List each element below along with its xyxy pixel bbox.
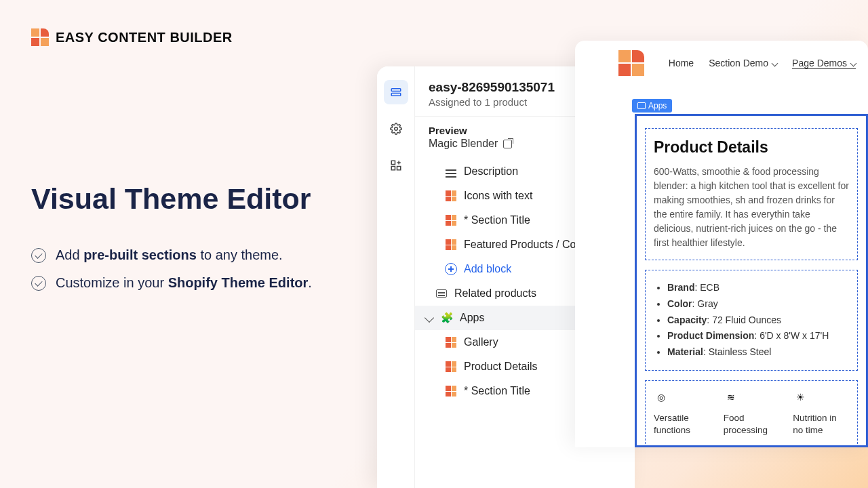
- icons-card: ◎Versatile functions ≋Food processing ☀N…: [645, 380, 858, 447]
- spec-row: Material: Stainless Steel: [667, 344, 849, 361]
- chevron-down-icon: [425, 313, 434, 323]
- block-icon: [445, 361, 457, 373]
- svg-point-2: [394, 127, 397, 131]
- rail-settings-button[interactable]: [384, 117, 408, 141]
- logo-icon: [31, 28, 49, 46]
- nav-page-demos[interactable]: Page Demos: [792, 58, 856, 69]
- preview-value[interactable]: Magic Blender: [429, 138, 512, 150]
- hero-title: Visual Theme Editor: [31, 183, 343, 215]
- preview-logo-icon: [618, 50, 644, 76]
- specs-card: Brand: ECB Color: Gray Capacity: 72 Flui…: [645, 270, 858, 371]
- preview-label: Preview: [429, 125, 512, 136]
- waves-icon: ≋: [724, 390, 738, 405]
- rail-apps-button[interactable]: [384, 153, 408, 178]
- nav-section-demo[interactable]: Section Demo: [709, 58, 777, 69]
- svg-rect-1: [391, 94, 401, 96]
- spec-row: Brand: ECB: [667, 280, 849, 296]
- hero: Visual Theme Editor Add pre-built sectio…: [31, 183, 343, 303]
- block-icon: [445, 336, 457, 348]
- spec-row: Product Dimension: 6'D x 8'W x 17'H: [667, 328, 849, 344]
- hero-bullet: Add pre-built sections to any theme.: [31, 247, 343, 263]
- check-icon: [31, 276, 46, 291]
- rail-sections-button[interactable]: [384, 80, 408, 104]
- check-icon: [31, 248, 46, 263]
- svg-rect-0: [391, 89, 401, 92]
- section-icon: [435, 287, 448, 300]
- svg-rect-3: [391, 161, 395, 164]
- lines-icon: [445, 165, 457, 178]
- svg-rect-4: [397, 167, 400, 170]
- editor-rail: [377, 66, 415, 488]
- product-description: 600-Watts, smoothie & food processing bl…: [654, 165, 849, 250]
- sun-icon: ☀: [793, 390, 808, 405]
- apps-tag[interactable]: Apps: [632, 99, 672, 113]
- hero-bullet: Customize in your Shopify Theme Editor.: [31, 275, 343, 291]
- block-icon: [445, 190, 457, 202]
- icon-cell-versatile: ◎Versatile functions: [654, 390, 710, 436]
- external-link-icon: [503, 140, 512, 148]
- apps-icon: 🧩: [441, 312, 453, 324]
- target-icon: ◎: [654, 390, 669, 405]
- product-details-card: Product Details 600-Watts, smoothie & fo…: [645, 128, 858, 260]
- preview-frame: Product Details 600-Watts, smoothie & fo…: [635, 114, 868, 447]
- plus-circle-icon: [445, 263, 457, 275]
- icon-cell-nutrition: ☀Nutrition in no time: [793, 390, 849, 436]
- nav-home[interactable]: Home: [669, 58, 694, 69]
- spec-row: Color: Gray: [667, 296, 849, 312]
- spec-row: Capacity: 72 Fluid Ounces: [667, 312, 849, 329]
- icon-cell-food: ≋Food processing: [724, 390, 780, 436]
- brand-logo: EASY CONTENT BUILDER: [31, 28, 233, 46]
- block-icon: [445, 385, 457, 397]
- block-icon: [445, 214, 457, 226]
- product-details-heading: Product Details: [654, 138, 849, 157]
- preview-window: Home Section Demo Page Demos Apps Produc…: [575, 41, 868, 447]
- svg-rect-5: [391, 167, 395, 170]
- block-icon: [445, 239, 457, 251]
- brand-name: EASY CONTENT BUILDER: [56, 30, 233, 45]
